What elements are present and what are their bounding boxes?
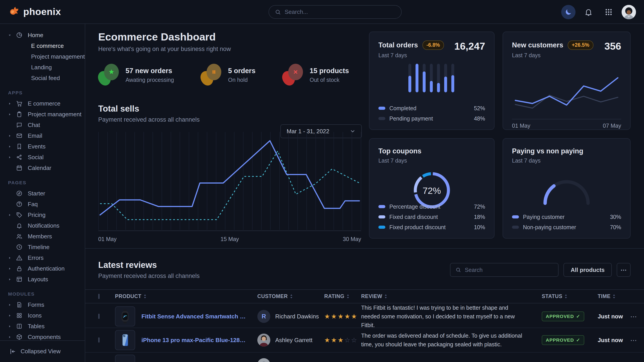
sidebar-subitem-e-commerce[interactable]: E commerce bbox=[8, 40, 85, 51]
paying-vs-nonpaying-card: Paying vs non paying Last 7 days Paying … bbox=[502, 138, 630, 239]
status-cell: APPROVED ✓ bbox=[542, 335, 598, 345]
select-all-checkbox[interactable] bbox=[98, 294, 100, 299]
global-search[interactable] bbox=[268, 5, 402, 19]
star-icon: ☆ bbox=[344, 337, 351, 344]
profile-avatar[interactable] bbox=[622, 5, 636, 19]
caret-right-icon bbox=[8, 278, 12, 281]
sidebar-subitem-landing[interactable]: Landing bbox=[8, 62, 85, 73]
sidebar-subitem-project-management[interactable]: Project management bbox=[8, 51, 85, 62]
new-customers-period: Last 7 days bbox=[512, 52, 594, 58]
customer-cell: RRichard Dawkins bbox=[257, 310, 324, 323]
sidebar-item-authentication[interactable]: Authentication bbox=[8, 263, 85, 274]
sidebar-item-notifications[interactable]: Notifications bbox=[8, 220, 85, 231]
legend-label: Completed bbox=[389, 105, 416, 112]
sort-icon bbox=[613, 294, 615, 299]
legend-value: 52% bbox=[474, 105, 485, 112]
new-customers-axis bbox=[512, 119, 621, 119]
sidebar-item-calendar[interactable]: Calendar bbox=[8, 163, 85, 173]
sidebar-item-icons[interactable]: Icons bbox=[8, 310, 85, 321]
sidebar-item-events[interactable]: Events bbox=[8, 141, 85, 152]
collapsed-view-label: Collapsed View bbox=[20, 348, 61, 355]
sidebar-item-members[interactable]: Members bbox=[8, 231, 85, 242]
stat-green: 57 new ordersAwating processing bbox=[98, 64, 174, 86]
product-link[interactable]: Fitbit Sense Advanced Smartwatch with To… bbox=[142, 313, 249, 320]
clock-icon bbox=[16, 244, 24, 250]
product-link[interactable]: iPhone 13 pro max-Pacific Blue-128GB sto… bbox=[142, 337, 249, 344]
notifications-button[interactable] bbox=[581, 5, 596, 19]
time-cell: Just now bbox=[598, 337, 624, 344]
row-checkbox[interactable] bbox=[98, 338, 100, 343]
search-icon bbox=[455, 267, 461, 273]
sidebar-item-timeline[interactable]: Timeline bbox=[8, 242, 85, 252]
sidebar-item-errors[interactable]: Errors bbox=[8, 252, 85, 263]
sidebar-item-email[interactable]: Email bbox=[8, 130, 85, 141]
reviews-table: PRODUCTCUSTOMERRATINGREVIEWSTATUSTIME Fi… bbox=[85, 289, 644, 362]
reviews-search[interactable] bbox=[450, 263, 558, 277]
sidebar-item-e-commerce[interactable]: E commerce bbox=[8, 98, 85, 109]
column-header-time[interactable]: TIME bbox=[598, 293, 624, 299]
axis-tick-label: 30 May bbox=[343, 236, 361, 242]
collapsed-view-toggle[interactable]: Collapsed View bbox=[0, 340, 85, 362]
sidebar-item-faq[interactable]: Faq bbox=[8, 199, 85, 210]
top-coupons-legend: Percentage discount72%Fixed card discoun… bbox=[378, 201, 485, 232]
new-customers-x-axis: 01 May07 May bbox=[512, 122, 621, 129]
caret-right-icon bbox=[8, 314, 12, 317]
sort-icon bbox=[564, 294, 567, 299]
sort-icon bbox=[346, 294, 349, 299]
sidebar-item-pricing[interactable]: Pricing bbox=[8, 210, 85, 220]
sidebar-item-label: Pricing bbox=[28, 212, 46, 218]
apps-menu-button[interactable] bbox=[602, 5, 616, 19]
theme-toggle-button[interactable] bbox=[561, 5, 576, 19]
all-products-button[interactable]: All products bbox=[564, 263, 612, 277]
column-header-review[interactable]: REVIEW bbox=[361, 293, 542, 299]
row-more-icon[interactable]: ⋯ bbox=[630, 337, 638, 344]
stat-value: 15 products bbox=[310, 67, 349, 75]
row-checkbox[interactable] bbox=[98, 314, 100, 319]
sidebar-item-label: Forms bbox=[28, 301, 44, 308]
column-header-rating[interactable]: RATING bbox=[324, 293, 361, 299]
sidebar-item-tables[interactable]: Tables bbox=[8, 321, 85, 332]
sidebar-item-label: E commerce bbox=[28, 100, 60, 107]
navbar-actions bbox=[561, 0, 636, 24]
stat-value: 5 orders bbox=[228, 67, 255, 75]
new-customers-title: New customers bbox=[512, 41, 563, 49]
sidebar-item-label: Layouts bbox=[28, 276, 48, 283]
latest-reviews-subtitle: Payment received across all channels bbox=[98, 273, 200, 280]
sidebar-item-chat[interactable]: Chat bbox=[8, 120, 85, 130]
latest-reviews-title: Latest reviews bbox=[98, 260, 200, 270]
star-icon: ☆ bbox=[351, 337, 358, 344]
legend-swatch bbox=[378, 215, 385, 218]
reviews-more-button[interactable]: ⋯ bbox=[617, 263, 630, 277]
row-more-icon[interactable]: ⋯ bbox=[630, 313, 638, 320]
legend-swatch bbox=[378, 107, 385, 110]
brand-logo[interactable]: phoenix bbox=[8, 5, 61, 18]
sidebar-item-label: Timeline bbox=[28, 244, 50, 251]
star-icon: ★ bbox=[351, 313, 358, 320]
product-thumbnail bbox=[115, 330, 135, 350]
column-header-customer[interactable]: CUSTOMER bbox=[257, 293, 324, 299]
caret-right-icon bbox=[8, 134, 12, 137]
sidebar-item-social[interactable]: Social bbox=[8, 152, 85, 163]
sort-icon bbox=[384, 294, 387, 299]
review-row bbox=[85, 353, 644, 362]
app-root: phoenix HomeE commerceProject management… bbox=[0, 0, 644, 362]
column-header-status[interactable]: STATUS bbox=[542, 293, 598, 299]
legend-label: Fixed product discount bbox=[389, 224, 446, 231]
sidebar-item-label: Chat bbox=[28, 122, 40, 129]
status-badge: APPROVED ✓ bbox=[542, 312, 584, 321]
sidebar-item-starter[interactable]: Starter bbox=[8, 188, 85, 199]
column-label: STATUS bbox=[542, 293, 562, 299]
search-input[interactable] bbox=[285, 8, 396, 15]
compass-icon bbox=[16, 190, 24, 197]
sidebar-item-home[interactable]: Home bbox=[8, 30, 85, 40]
sidebar-item-project-management[interactable]: Project management bbox=[8, 109, 85, 120]
search-icon bbox=[275, 9, 281, 15]
sort-icon bbox=[144, 294, 146, 299]
sidebar-subitem-social-feed[interactable]: Social feed bbox=[8, 73, 85, 83]
sidebar-item-layouts[interactable]: Layouts bbox=[8, 274, 85, 285]
column-header-product[interactable]: PRODUCT bbox=[115, 293, 257, 299]
reviews-search-input[interactable] bbox=[465, 267, 553, 273]
bookmark-icon bbox=[16, 143, 24, 150]
axis-tick-label: 15 May bbox=[221, 236, 239, 242]
sidebar-item-forms[interactable]: Forms bbox=[8, 299, 85, 310]
